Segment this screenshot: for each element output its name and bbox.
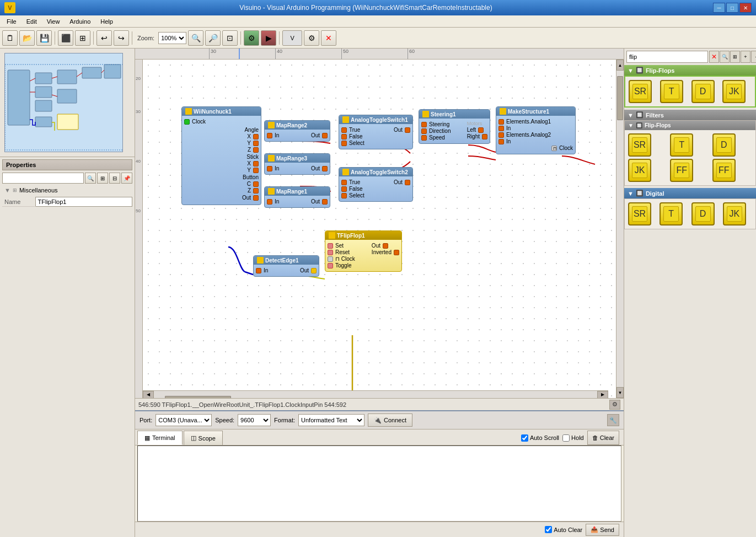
pin-in-mr3[interactable] [267,166,272,171]
pin-true-at1[interactable] [341,127,347,133]
ff-item-t[interactable]: T [660,80,683,103]
dig-item-t[interactable]: T [660,202,683,225]
dig-item-d[interactable]: D [691,202,715,225]
ff-item-d[interactable]: D [691,80,715,103]
pin-out-mr1[interactable] [322,199,328,205]
connect-button[interactable]: 🔌 Connect [368,414,412,427]
tab-scope[interactable]: ◫ Scope [184,431,223,445]
speed-select[interactable]: 9600 115200 [238,414,271,426]
pin-false-at2[interactable] [341,186,347,192]
pin-in-mr2[interactable] [267,133,272,138]
pin-in-de[interactable] [256,268,261,273]
tools-button[interactable]: 🔧 [607,414,619,426]
pin-in-ms1[interactable] [498,126,504,131]
node-detectEdge[interactable]: DetectEdge1 In Out [253,255,319,277]
node-steering[interactable]: Steering1 Steering Direction Speed Motor… [419,109,490,144]
properties-expand-button[interactable]: ⊞ [97,173,108,184]
zoom-in-button[interactable]: 🔍 [188,30,203,46]
close-button[interactable]: ✕ [739,3,752,13]
pin-btn-c[interactable] [253,181,259,187]
section-header-filters-ff[interactable]: ▼ 🔲 Flip-Flops [625,121,755,130]
zoom-fit-button[interactable]: ⊡ [222,30,238,46]
horizontal-scrollbar[interactable]: ◀ ▶ [143,390,608,398]
pin-set[interactable] [328,243,333,249]
pin-direction[interactable] [421,128,427,134]
pin-out-at1[interactable] [405,127,410,133]
scroll-up-button[interactable]: ▲ [616,60,624,71]
node-analogtoggle2[interactable]: AnalogToggleSwitch2 True False Select Ou… [339,167,413,202]
pin-out-at2[interactable] [405,180,410,185]
send-button[interactable]: 📤 Send [586,524,619,536]
zoom-out-button[interactable]: 🔎 [205,30,221,46]
minimize-button[interactable]: ─ [713,3,725,13]
filt-ff-6[interactable]: FF [712,159,736,182]
ff-item-sr[interactable]: SR [629,80,652,103]
pin-false-at1[interactable] [341,134,347,139]
upload-button[interactable]: ▶ [261,30,276,46]
pin-motors-left[interactable] [478,127,484,133]
pin-in-ms2[interactable] [498,139,504,144]
node-wiinunchuck[interactable]: WiiNunchuck1 Clock Angle X [181,106,261,205]
node-maprange1[interactable]: MapRange1 In Out [264,186,330,208]
node-maprange3[interactable]: MapRange3 In Out [264,153,330,175]
compile-button[interactable]: ⚙ [244,30,259,46]
section-header-filters[interactable]: ▼ 🔲 Filters [624,110,756,120]
properties-collapse-button[interactable]: ⊟ [109,173,120,184]
properties-search-button[interactable]: 🔍 [85,173,96,184]
pin-motors-right[interactable] [482,134,487,139]
scroll-right-button[interactable]: ▶ [597,391,608,399]
pin-out-tff[interactable] [383,243,388,249]
pin-elem-a2[interactable] [498,132,504,138]
settings-button[interactable]: ⚙ [304,30,319,46]
pin-btn-z[interactable] [253,188,259,194]
save-button[interactable]: 💾 [36,30,52,46]
tab-terminal[interactable]: ▦ Terminal [137,431,183,445]
scroll-down-button[interactable]: ▼ [616,387,624,398]
ff-item-jk[interactable]: JK [722,80,746,103]
redo-button[interactable]: ↪ [114,30,129,46]
new-button[interactable]: 🗒 [2,30,18,46]
maximize-button[interactable]: □ [726,3,738,13]
properties-pin-button[interactable]: 📌 [121,173,132,184]
pin-out-de[interactable] [311,268,317,273]
pin-out-wii[interactable] [253,195,259,201]
pin-select-at2[interactable] [341,193,347,198]
hold-label[interactable]: Hold [562,434,584,442]
tree-miscellaneous[interactable]: ▼ ⊞ Miscellaneous [2,186,132,195]
pin-out-mr2[interactable] [322,133,328,138]
hold-checkbox[interactable] [562,434,570,442]
pin-stick-y[interactable] [253,168,259,173]
pin-speed[interactable] [421,135,427,141]
dig-item-sr[interactable]: SR [628,202,651,225]
pin-inverted-tff[interactable] [394,250,399,255]
filt-ff-5[interactable]: FF [670,159,693,182]
minimap[interactable] [4,53,123,152]
pin-angle-x[interactable] [253,134,259,139]
node-tflipflop[interactable]: TFlipFlop1 Set Reset ⊓ Clock Toggle Out … [325,230,402,272]
delete-button[interactable]: ✕ [321,30,336,46]
property-value-name[interactable]: TFlipFlop1 [35,197,132,207]
port-select[interactable]: COM3 (Unava... [156,414,212,426]
menu-arduino[interactable]: Arduino [65,17,95,26]
settings-panel-button[interactable]: ⚙ [609,400,620,410]
search-filter-btn[interactable]: ⊞ [730,51,740,63]
node-maprange2[interactable]: MapRange2 In Out [264,120,330,142]
toggle-button[interactable]: ⬛ [58,30,73,46]
pin-out-mr3[interactable] [322,166,328,171]
menu-help[interactable]: Help [96,17,117,26]
pin-clock-wii[interactable] [184,119,190,125]
autoclear-label[interactable]: Auto Clear [545,526,582,533]
right-search-input[interactable] [626,51,708,63]
autoscroll-label[interactable]: Auto Scroll [521,434,559,442]
menu-view[interactable]: View [42,17,65,26]
pin-in-mr1[interactable] [267,199,272,205]
canvas-scroll[interactable]: WiiNunchuck1 Clock Angle X [143,60,616,398]
filt-ff-jk[interactable]: JK [628,159,651,182]
undo-button[interactable]: ↩ [96,30,112,46]
section-header-digital[interactable]: ▼ 🔲 Digital [624,188,756,198]
grid-button[interactable]: ⊞ [75,30,90,46]
dig-item-jk[interactable]: JK [723,202,746,225]
search-opt2-btn[interactable]: - [751,51,756,63]
pin-elem-a1[interactable] [498,119,504,125]
section-header-flipflops[interactable]: ▼ 🔲 Flip-Flops [624,65,756,76]
